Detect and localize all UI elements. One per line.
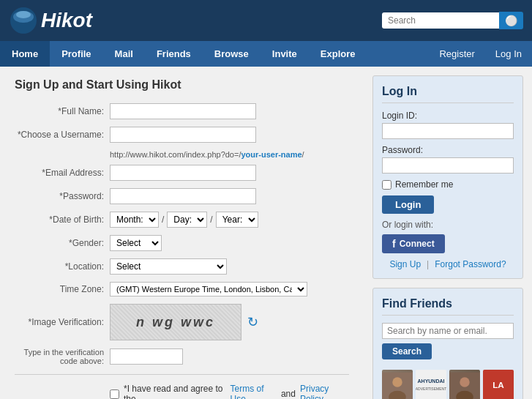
svg-point-4 bbox=[392, 377, 402, 387]
full-name-label: *Full Name: bbox=[15, 106, 110, 116]
captcha-input-row: Type in the verification code above: bbox=[15, 348, 349, 365]
timezone-row: Time Zone: (GMT) Western Europe Time, Lo… bbox=[15, 282, 349, 297]
gender-select[interactable]: Select Male Female bbox=[110, 235, 162, 251]
search-button[interactable]: ⚪ bbox=[499, 12, 523, 29]
captcha-row: *Image Verification: n wg wwc ↻ bbox=[15, 304, 349, 340]
forgot-password-link[interactable]: Forgot Password? bbox=[435, 259, 506, 269]
link-separator: | bbox=[427, 259, 429, 269]
username-input[interactable] bbox=[110, 127, 256, 143]
privacy-policy-link[interactable]: Privacy Policy bbox=[300, 384, 349, 399]
terms-row: *I have read and agree to the Terms of U… bbox=[110, 384, 349, 399]
signup-link[interactable]: Sign Up bbox=[389, 259, 421, 269]
svg-point-2 bbox=[16, 11, 31, 18]
gender-row: *Gender: Select Male Female bbox=[15, 235, 349, 251]
username-label: *Choose a Username: bbox=[15, 130, 110, 140]
nav-login[interactable]: Log In bbox=[485, 41, 532, 67]
login-box: Log In Login ID: Password: Remember me L… bbox=[372, 75, 523, 279]
terms-checkbox[interactable] bbox=[110, 389, 119, 399]
logo-area: Hikot bbox=[9, 6, 92, 35]
url-suffix: / bbox=[302, 150, 304, 159]
friend-thumb-4: LA bbox=[483, 370, 514, 399]
url-prefix: http://www.hikot.com/index.php?do=/ bbox=[110, 150, 241, 159]
form-section: Sign Up and Start Using Hikot *Full Name… bbox=[0, 67, 364, 399]
url-highlight: your-user-name bbox=[241, 150, 301, 159]
facebook-icon: f bbox=[392, 238, 396, 250]
location-label: *Location: bbox=[15, 261, 110, 272]
sidebar-links: Sign Up | Forgot Password? bbox=[382, 259, 514, 269]
remember-label: Remember me bbox=[395, 179, 453, 190]
captcha-input[interactable] bbox=[110, 348, 183, 365]
dob-year-select[interactable]: Year: bbox=[216, 212, 258, 228]
password-label: *Password: bbox=[15, 191, 110, 201]
friend-thumb-1 bbox=[382, 370, 413, 399]
nav-register[interactable]: Register bbox=[429, 41, 484, 67]
timezone-select[interactable]: (GMT) Western Europe Time, London, Lisbo… bbox=[110, 282, 307, 297]
login-id-label: Login ID: bbox=[382, 111, 514, 121]
dob-group: Month: / Day: / Year: bbox=[110, 212, 258, 228]
nav-browse[interactable]: Browse bbox=[203, 41, 261, 67]
svg-point-10 bbox=[460, 377, 469, 387]
full-name-input[interactable] bbox=[110, 103, 256, 119]
dob-month-select[interactable]: Month: bbox=[110, 212, 159, 228]
terms-of-use-link[interactable]: Terms of Use bbox=[231, 384, 277, 399]
logo-icon bbox=[9, 6, 38, 35]
captcha-refresh-button[interactable]: ↻ bbox=[247, 314, 258, 330]
terms-and: and bbox=[281, 389, 296, 399]
svg-text:ADVERTISEMENT: ADVERTISEMENT bbox=[416, 387, 446, 391]
login-button[interactable]: Login bbox=[382, 195, 434, 214]
remember-checkbox[interactable] bbox=[382, 180, 391, 190]
svg-rect-6 bbox=[416, 370, 446, 399]
main-layout: Sign Up and Start Using Hikot *Full Name… bbox=[0, 67, 532, 399]
navigation: Home Profile Mail Friends Browse Invite … bbox=[0, 41, 532, 67]
form-divider bbox=[15, 374, 349, 375]
nav-explore[interactable]: Explore bbox=[309, 41, 367, 67]
email-label: *Email Address: bbox=[15, 168, 110, 178]
search-icon: ⚪ bbox=[505, 15, 517, 26]
or-login-text: Or login with: bbox=[382, 220, 514, 230]
nav-friends[interactable]: Friends bbox=[145, 41, 203, 67]
url-hint: http://www.hikot.com/index.php?do=/your-… bbox=[110, 150, 349, 159]
location-select[interactable]: Select bbox=[110, 258, 227, 275]
gender-label: *Gender: bbox=[15, 238, 110, 248]
search-area: ⚪ bbox=[382, 12, 523, 29]
captcha-text: n wg wwc bbox=[136, 315, 215, 330]
captcha-area: n wg wwc ↻ bbox=[110, 304, 258, 340]
nav-home[interactable]: Home bbox=[0, 41, 50, 67]
find-friends-box: Find Friends Search AHYUNDAI ADVERTIS bbox=[372, 288, 523, 399]
nav-mail[interactable]: Mail bbox=[103, 41, 145, 67]
facebook-connect-button[interactable]: f Connect bbox=[382, 234, 445, 253]
search-input[interactable] bbox=[382, 12, 499, 29]
dob-sep1: / bbox=[162, 215, 164, 225]
dob-row: *Date of Birth: Month: / Day: / Year: bbox=[15, 212, 349, 228]
svg-text:LA: LA bbox=[492, 380, 504, 389]
nav-invite[interactable]: Invite bbox=[261, 41, 309, 67]
friends-thumbnails: AHYUNDAI ADVERTISEMENT LA bbox=[382, 370, 514, 399]
email-row: *Email Address: bbox=[15, 165, 349, 181]
nav-profile[interactable]: Profile bbox=[50, 41, 102, 67]
dob-day-select[interactable]: Day: bbox=[167, 212, 207, 228]
password-input[interactable] bbox=[110, 188, 256, 204]
friend-thumb-2: AHYUNDAI ADVERTISEMENT bbox=[416, 370, 446, 399]
login-id-input[interactable] bbox=[382, 123, 514, 139]
find-friends-input[interactable] bbox=[382, 323, 514, 339]
page-title: Sign Up and Start Using Hikot bbox=[15, 78, 349, 92]
remember-row: Remember me bbox=[382, 179, 514, 190]
login-password-input[interactable] bbox=[382, 157, 514, 174]
header: Hikot ⚪ bbox=[0, 0, 532, 41]
gender-select-row: Select Male Female bbox=[110, 235, 162, 251]
full-name-row: *Full Name: bbox=[15, 103, 349, 119]
location-row: *Location: Select bbox=[15, 258, 349, 275]
captcha-type-label: Type in the verification code above: bbox=[15, 348, 110, 365]
fb-connect-label: Connect bbox=[400, 239, 435, 249]
nav-right: Register Log In bbox=[429, 41, 532, 67]
find-friends-search-button[interactable]: Search bbox=[382, 343, 432, 359]
logo-text: Hikot bbox=[41, 9, 92, 32]
login-box-title: Log In bbox=[382, 85, 514, 103]
friend-thumb-3 bbox=[449, 370, 480, 399]
find-friends-title: Find Friends bbox=[382, 297, 514, 316]
email-input[interactable] bbox=[110, 165, 256, 181]
password-row: *Password: bbox=[15, 188, 349, 204]
timezone-label: Time Zone: bbox=[15, 284, 110, 294]
location-select-row: Select bbox=[110, 258, 227, 275]
captcha-label: *Image Verification: bbox=[15, 317, 110, 327]
